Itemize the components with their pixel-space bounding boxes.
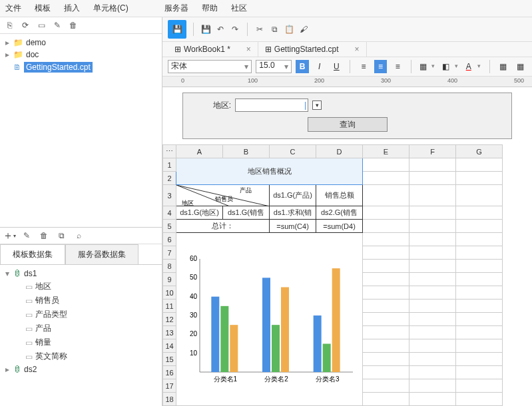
fill-color-button[interactable]: ◧: [441, 60, 459, 73]
cell[interactable]: ds2.G(销售: [316, 206, 363, 220]
svg-rect-15: [272, 325, 280, 372]
align-right-button[interactable]: ≡: [391, 60, 404, 73]
font-select[interactable]: 宋体: [168, 60, 252, 73]
grid-button[interactable]: ▦: [513, 60, 527, 73]
spreadsheet-grid[interactable]: ⋯ A B C D E F G 1 地区销售概况 2 3 产品: [162, 144, 503, 406]
col-header[interactable]: D: [316, 145, 363, 158]
format-painter-icon[interactable]: 🖌: [298, 24, 309, 35]
delete-icon[interactable]: 🗑: [68, 20, 79, 31]
dataset-toolbar: ＋▾ ✎ 🗑 ⧉ ⌕: [0, 227, 162, 244]
cell[interactable]: ds1.G(地区): [176, 206, 223, 220]
col-header[interactable]: A: [176, 145, 223, 158]
corner-cell[interactable]: ⋯: [163, 145, 176, 158]
row-header[interactable]: 6: [163, 233, 176, 246]
ds-field[interactable]: ▭销量: [4, 335, 158, 349]
chart-cell[interactable]: 102030405060分类名1分类名2分类名3系列1系列2系列3: [176, 233, 363, 406]
save-icon[interactable]: 💾: [168, 20, 186, 39]
row-header[interactable]: 18: [163, 393, 176, 406]
row-header[interactable]: 2: [163, 172, 176, 185]
col-header[interactable]: B: [223, 145, 270, 158]
tab-server-dataset[interactable]: 服务器数据集: [65, 244, 138, 264]
row-header[interactable]: 16: [163, 366, 176, 379]
menu-file[interactable]: 文件: [5, 3, 21, 14]
ds-field[interactable]: ▭英文简称: [4, 349, 158, 363]
copy-dataset-icon[interactable]: ⧉: [56, 230, 67, 241]
cut-icon[interactable]: ✂: [254, 24, 265, 35]
folder-icon[interactable]: ▭: [36, 20, 47, 31]
menu-help[interactable]: 帮助: [202, 3, 218, 14]
cell[interactable]: =sum(D4): [316, 220, 363, 233]
undo-icon[interactable]: ↶: [215, 24, 226, 35]
redo-icon[interactable]: ↷: [230, 24, 240, 35]
ruler: 0 100 200 300 400 500: [162, 77, 532, 87]
row-header[interactable]: 9: [163, 273, 176, 286]
border-button[interactable]: ▦: [418, 60, 437, 73]
align-center-button[interactable]: ≡: [374, 60, 388, 73]
refresh-icon[interactable]: ⟳: [20, 20, 31, 31]
param-dropdown-icon[interactable]: ▾: [312, 101, 322, 110]
row-header[interactable]: 8: [163, 260, 176, 273]
row-header[interactable]: 13: [163, 326, 176, 339]
ds-node-ds2[interactable]: ▸🛢ds2: [4, 363, 158, 375]
row-header[interactable]: 14: [163, 339, 176, 353]
new-file-icon[interactable]: ⎘: [4, 20, 15, 31]
query-button[interactable]: 查询: [308, 117, 388, 132]
italic-button[interactable]: I: [313, 60, 326, 73]
font-color-button[interactable]: A: [464, 60, 483, 73]
preview-dataset-icon[interactable]: ⌕: [73, 230, 84, 241]
tree-folder-demo[interactable]: ▸📁demo: [4, 37, 158, 49]
menu-template[interactable]: 模板: [35, 3, 51, 14]
menu-community[interactable]: 社区: [231, 3, 247, 14]
align-left-button[interactable]: ≡: [357, 60, 370, 73]
col-header[interactable]: C: [270, 145, 316, 158]
tab-workbook1[interactable]: ⊞ WorkBook1 *×: [168, 42, 258, 57]
bold-button[interactable]: B: [296, 60, 309, 73]
add-dataset-icon[interactable]: ＋▾: [4, 230, 15, 241]
diagonal-header-cell[interactable]: 产品 销售员 地区: [176, 185, 270, 206]
close-icon[interactable]: ×: [355, 45, 360, 54]
row-header[interactable]: 17: [163, 379, 176, 393]
close-icon[interactable]: ×: [246, 45, 251, 54]
cell[interactable]: 销售总额: [316, 185, 363, 206]
param-input-region[interactable]: |: [235, 99, 308, 112]
rename-icon[interactable]: ✎: [52, 20, 63, 31]
cell[interactable]: ds1.G(产品): [270, 185, 316, 206]
row-header[interactable]: 1: [163, 158, 176, 172]
edit-dataset-icon[interactable]: ✎: [21, 230, 32, 241]
paste-icon[interactable]: 📋: [284, 24, 294, 35]
ds-field[interactable]: ▭销售员: [4, 294, 158, 307]
ds-field[interactable]: ▭产品类型: [4, 307, 158, 321]
cell[interactable]: ds1.G(销售: [223, 206, 270, 220]
cell[interactable]: =sum(C4): [270, 220, 316, 233]
ds-field[interactable]: ▭产品: [4, 321, 158, 335]
row-header[interactable]: 15: [163, 353, 176, 366]
copy-icon[interactable]: ⧉: [269, 24, 280, 35]
row-header[interactable]: 12: [163, 313, 176, 326]
ds-field[interactable]: ▭地区: [4, 280, 158, 294]
tree-file-gettingstarted[interactable]: 🗎GettingStarted.cpt: [4, 61, 158, 74]
col-header[interactable]: G: [456, 145, 503, 158]
font-size-select[interactable]: 15.0: [256, 60, 292, 73]
tree-folder-doc[interactable]: ▸📁doc: [4, 49, 158, 61]
ds-node-ds1[interactable]: ▾🛢ds1: [4, 268, 158, 280]
row-header[interactable]: 3: [163, 185, 176, 206]
merge-button[interactable]: ▦: [497, 60, 510, 73]
cell[interactable]: ds1.求和(销: [270, 206, 316, 220]
col-header[interactable]: E: [363, 145, 409, 158]
tab-gettingstarted[interactable]: ⊞ GettingStarted.cpt×: [258, 42, 367, 57]
delete-dataset-icon[interactable]: 🗑: [39, 230, 49, 241]
col-header[interactable]: F: [409, 145, 456, 158]
menu-cell[interactable]: 单元格(C): [93, 3, 129, 14]
row-header[interactable]: 10: [163, 286, 176, 300]
menu-server[interactable]: 服务器: [164, 3, 188, 14]
title-cell[interactable]: 地区销售概况: [176, 158, 363, 185]
menu-insert[interactable]: 插入: [64, 3, 80, 14]
save-button-icon[interactable]: 💾: [200, 24, 211, 35]
row-header[interactable]: 4: [163, 206, 176, 220]
underline-button[interactable]: U: [330, 60, 344, 73]
row-header[interactable]: 7: [163, 246, 176, 260]
tab-template-dataset[interactable]: 模板数据集: [0, 244, 65, 264]
row-header[interactable]: 11: [163, 300, 176, 313]
row-header[interactable]: 5: [163, 220, 176, 233]
cell[interactable]: 总计：: [176, 220, 270, 233]
